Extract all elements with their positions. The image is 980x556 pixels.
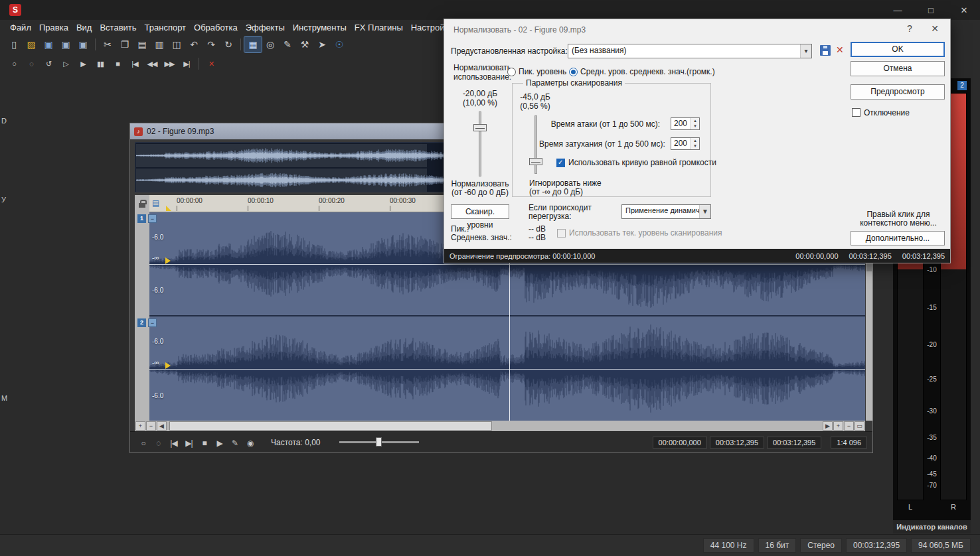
paste-button[interactable]: ▤ [133,36,151,52]
release-spin-up-icon[interactable]: ▴ [691,138,699,143]
doc-loop-button[interactable]: ◌ [151,437,166,449]
ok-button[interactable]: OK [851,42,945,57]
attack-spin-up-icon[interactable]: ▴ [691,118,699,123]
trim-button[interactable]: ◫ [168,36,185,52]
equal-loudness-checkbox[interactable] [556,159,565,167]
dock-tab-0[interactable]: D [1,117,7,125]
ruler-marker-icon[interactable] [166,206,171,211]
zoom-selection-button[interactable]: ▭ [855,421,864,431]
status-segment-3[interactable]: 00:03:12,395 [846,538,907,553]
close-button[interactable]: ✕ [959,5,969,15]
save-button[interactable]: ▣ [40,36,57,52]
rewind-button[interactable]: ◀◀ [143,56,161,72]
menu-item-1[interactable]: Правка [36,21,72,35]
more-button[interactable]: Дополнительно... [851,231,945,245]
menu-item-6[interactable]: Эффекты [242,21,288,35]
save-as-button[interactable]: ▣ [57,36,74,52]
stop-button[interactable]: ■ [109,56,126,72]
cut-button[interactable]: ✂ [99,36,116,52]
scroll-left-button[interactable]: ◀ [157,421,167,431]
dock-tab-1[interactable]: У [1,196,6,204]
attack-spin-down-icon[interactable]: ▾ [691,123,699,129]
go-to-start-button[interactable]: |◀ [126,56,143,72]
doc-edit-tool-button[interactable]: ✎ [227,437,242,449]
maximize-button[interactable]: □ [926,5,936,15]
zoom-ratio-box[interactable]: 1:4 096 [831,437,867,449]
attack-spinner[interactable]: 200 ▴▾ [671,117,700,130]
dropdown-arrow-icon[interactable]: ▼ [699,205,710,218]
menu-item-8[interactable]: FX Плагины [351,21,406,35]
meter-panel-caption[interactable]: Индикатор каналов [893,520,971,533]
pause-button[interactable]: ▮▮ [92,56,109,72]
normalize-slider-track[interactable] [479,111,481,176]
delete-preset-icon[interactable]: ✕ [836,44,844,55]
status-segment-1[interactable]: 16 бит [758,538,797,553]
doc-record-button[interactable]: ○ [135,437,151,449]
delete-marker-button[interactable]: ✕ [203,56,220,72]
dock-tab-2[interactable]: M [1,394,7,402]
channel-1-minimize-button[interactable]: − [148,214,157,223]
pencil-tool-button[interactable]: ✎ [279,36,296,52]
cancel-button[interactable]: Отмена [851,61,945,76]
menu-item-4[interactable]: Транспорт [141,21,190,35]
time-box-2[interactable]: 00:03:12,395 [767,437,821,449]
menu-item-0[interactable]: Файл [7,21,35,35]
status-segment-0[interactable]: 44 100 Hz [703,538,754,553]
channel-2-badge[interactable]: 2 [137,318,146,327]
clip-action-dropdown[interactable]: Применение динамиче ▼ [621,204,711,219]
help-pointer-button[interactable]: ☉ [331,36,348,52]
menu-item-7[interactable]: Инструменты [289,21,350,35]
go-to-end-button[interactable]: ▶| [178,56,195,72]
menu-item-3[interactable]: Вставить [96,21,139,35]
doc-scrub-button[interactable]: ◉ [242,437,258,449]
dialog-titlebar[interactable]: Нормализовать - 02 - Figure 09.mp3 ? ✕ [444,19,950,39]
edit-tool-button[interactable]: ➤ [313,36,331,52]
dialog-help-button[interactable]: ? [902,23,917,34]
loop-playback-button[interactable]: ◌ [23,56,40,72]
horizontal-scrollbar-thumb[interactable] [169,421,492,431]
time-box-1[interactable]: 00:03:12,395 [710,437,764,449]
forward-button[interactable]: ▶▶ [161,56,178,72]
scan-slider-thumb[interactable] [529,158,542,165]
use-current-scan-checkbox[interactable] [557,229,566,238]
undo-button[interactable]: ↶ [185,36,203,52]
lock-icon[interactable] [139,203,145,208]
levels-icon[interactable]: ▤ [152,198,159,208]
spectral-edit-button[interactable]: ▦ [244,36,262,52]
bypass-checkbox[interactable] [852,108,860,117]
rate-slider[interactable] [339,441,419,443]
zoom-out-button[interactable]: − [146,421,156,431]
status-segment-4[interactable]: 94 060,5 МБ [911,538,971,553]
redo-button[interactable]: ↷ [203,36,220,52]
mix-paste-button[interactable]: ▥ [151,36,168,52]
rate-slider-thumb[interactable] [376,437,382,447]
scan-levels-button[interactable]: Сканир. уровни [451,204,509,219]
preview-button[interactable]: Предпросмотр [851,84,945,100]
zoom-out-alt-button[interactable]: − [844,421,854,431]
zoom-in-alt-button[interactable]: + [833,421,843,431]
menu-item-2[interactable]: Вид [73,21,96,35]
channel-1-badge[interactable]: 1 [137,214,146,223]
preset-combobox[interactable]: (Без названия) ▾ [568,44,812,58]
peak-level-radio[interactable] [507,68,516,76]
app-icon[interactable]: S [9,4,21,16]
normalize-slider-thumb[interactable] [473,124,487,131]
channel-2-minimize-button[interactable]: − [148,318,157,327]
channel-2[interactable]: -6.0-∞-6.0 [149,316,865,421]
save-preset-icon[interactable] [820,45,831,56]
doc-stop-button[interactable]: ■ [197,437,212,449]
menu-item-5[interactable]: Обработка [191,21,241,35]
scroll-right-button[interactable]: ▶ [823,421,833,431]
magnify-button[interactable]: ◎ [262,36,279,52]
play-all-button[interactable]: ▶ [74,56,92,72]
dialog-close-button[interactable]: ✕ [928,23,942,34]
release-spin-down-icon[interactable]: ▾ [691,143,699,149]
app-titlebar[interactable]: S — □ ✕ [0,0,980,20]
toolbox-button[interactable]: ⚒ [296,36,313,52]
horizontal-scrollbar[interactable]: +−◀ ▶+−▭ [135,421,865,431]
combo-arrow-icon[interactable]: ▾ [800,44,811,58]
zoom-in-button[interactable]: + [135,421,145,431]
play-normal-button[interactable]: ▷ [57,56,74,72]
repeat-button[interactable]: ↻ [220,36,237,52]
time-box-0[interactable]: 00:00:00,000 [653,437,707,449]
